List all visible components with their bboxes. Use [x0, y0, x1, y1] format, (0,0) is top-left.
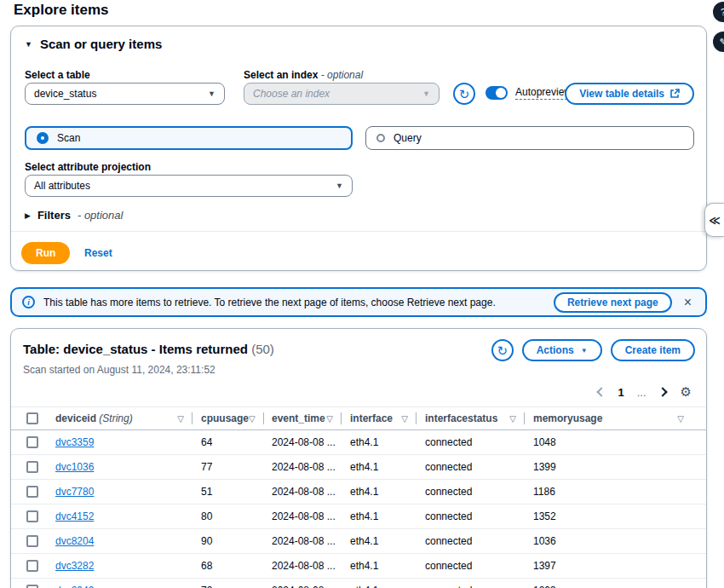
page-title: Explore items: [14, 2, 109, 19]
panel-header[interactable]: ▼ Scan or query items: [25, 37, 162, 51]
row-checkbox[interactable]: [26, 560, 38, 572]
cell-deviceid: dvc1036: [55, 461, 201, 473]
row-checkbox[interactable]: [26, 510, 38, 522]
cell-interface: eth4.1: [350, 560, 425, 572]
cell-interface: eth4.1: [350, 510, 425, 522]
column-divider: [416, 412, 417, 424]
create-item-button[interactable]: Create item: [611, 339, 695, 361]
table-row[interactable]: dvc2040722024-08-08 ...eth4.1connected12…: [11, 579, 706, 588]
table-row[interactable]: dvc3282682024-08-08 ...eth4.1connected13…: [11, 554, 706, 579]
settings-icon[interactable]: ⚙: [681, 384, 692, 400]
cell-deviceid: dvc8204: [55, 535, 201, 547]
item-link[interactable]: dvc7780: [55, 486, 94, 498]
panel-title: Scan or query items: [40, 37, 162, 51]
cell-deviceid: dvc3359: [55, 436, 201, 448]
column-divider: [192, 412, 192, 424]
item-link[interactable]: dvc3359: [55, 436, 94, 448]
cell-interface: eth4.1: [350, 486, 425, 498]
row-select-cell: [25, 585, 55, 588]
item-link[interactable]: dvc3282: [55, 560, 94, 572]
filters-expander[interactable]: ▶ Filters - optional: [25, 209, 123, 222]
table-row[interactable]: dvc4152802024-08-08 ...eth4.1connected13…: [11, 504, 706, 529]
row-checkbox[interactable]: [26, 486, 38, 498]
scan-option[interactable]: Scan: [25, 126, 353, 150]
column-header[interactable]: memoryusage ▽: [533, 412, 692, 424]
chevron-down-icon: ▼: [581, 347, 588, 355]
table-row[interactable]: dvc8204902024-08-08 ...eth4.1connected10…: [11, 529, 706, 554]
results-title: Table: device_status - Items returned (5…: [23, 339, 274, 356]
side-panel-toggle[interactable]: ≪: [704, 203, 724, 237]
index-select[interactable]: Choose an index ▼: [244, 83, 440, 105]
cell-interfacestatus: connected: [425, 585, 533, 588]
feedback-button[interactable]: ✎: [713, 32, 724, 52]
query-option[interactable]: Query: [365, 126, 694, 150]
sort-icon[interactable]: ▽: [177, 414, 184, 424]
page-number[interactable]: 1: [618, 386, 623, 399]
table-select[interactable]: device_status ▼: [25, 83, 225, 105]
item-link[interactable]: dvc2040: [55, 585, 94, 588]
pencil-icon: ✎: [719, 37, 724, 48]
table-select-value: device_status: [34, 88, 96, 100]
cell-memoryusage: 1399: [533, 461, 692, 473]
radio-unselected-icon: [376, 134, 385, 142]
index-select-label: Select an index - optional: [244, 69, 363, 81]
item-link[interactable]: dvc1036: [55, 461, 94, 473]
refresh-button[interactable]: ↻: [453, 83, 475, 105]
cell-cpuusage: 77: [201, 461, 272, 473]
sort-icon[interactable]: ▽: [326, 414, 333, 424]
column-header[interactable]: interfacestatus ▽: [425, 412, 533, 424]
cell-event_time: 2024-08-08 ...: [272, 461, 350, 473]
help-icon: ?: [721, 7, 724, 17]
select-all-cell: [25, 412, 55, 424]
column-divider: [341, 412, 342, 424]
attribute-projection-select[interactable]: All attributes ▼: [25, 175, 353, 197]
cell-interfacestatus: connected: [425, 510, 533, 522]
cell-cpuusage: 68: [201, 560, 272, 572]
row-select-cell: [25, 486, 55, 498]
column-header[interactable]: deviceid (String) ▽: [55, 412, 201, 424]
page-ellipsis: ...: [637, 386, 646, 399]
column-header[interactable]: event_time ▽: [272, 412, 350, 424]
column-divider: [524, 412, 525, 424]
run-button[interactable]: Run: [21, 242, 70, 264]
autopreview-control: Autopreview: [486, 86, 572, 100]
actions-button[interactable]: Actions ▼: [522, 339, 602, 361]
cell-memoryusage: 1397: [533, 560, 692, 572]
sort-icon[interactable]: ▽: [249, 414, 256, 424]
row-checkbox[interactable]: [26, 585, 38, 588]
cell-memoryusage: 1036: [533, 535, 692, 547]
banner-message: This table has more items to retrieve. T…: [43, 297, 545, 308]
item-link[interactable]: dvc8204: [55, 535, 94, 547]
cell-cpuusage: 72: [201, 585, 272, 588]
item-link[interactable]: dvc4152: [55, 510, 94, 522]
row-checkbox[interactable]: [26, 461, 38, 473]
results-header: Table: device_status - Items returned (5…: [11, 329, 706, 361]
row-checkbox[interactable]: [26, 436, 38, 448]
attribute-projection-label: Select attribute projection: [25, 161, 151, 173]
refresh-button[interactable]: ↻: [491, 339, 514, 361]
next-page-button[interactable]: [658, 387, 667, 396]
pagination: 1 ... ⚙: [11, 376, 706, 406]
sort-icon[interactable]: ▽: [509, 414, 516, 424]
retrieve-next-page-button[interactable]: Retrieve next page: [554, 292, 672, 313]
cell-memoryusage: 1048: [533, 436, 692, 448]
table-row[interactable]: dvc7780512024-08-08 ...eth4.1connected11…: [11, 480, 706, 504]
cell-deviceid: dvc2040: [55, 585, 201, 588]
table-row[interactable]: dvc1036772024-08-08 ...eth4.1connected13…: [11, 455, 706, 480]
previous-page-button[interactable]: [597, 387, 606, 396]
sort-icon[interactable]: ▽: [401, 414, 408, 424]
sort-icon[interactable]: ▽: [677, 414, 684, 424]
close-icon[interactable]: ×: [681, 296, 695, 309]
cell-event_time: 2024-08-08 ...: [272, 486, 350, 498]
view-table-details-button[interactable]: View table details: [565, 83, 694, 105]
column-header[interactable]: interface ▽: [350, 412, 425, 424]
autopreview-toggle[interactable]: [486, 86, 508, 100]
select-all-checkbox[interactable]: [26, 412, 38, 424]
column-header[interactable]: cpuusage ▽: [201, 412, 272, 424]
radio-selected-icon: [37, 132, 49, 144]
row-checkbox[interactable]: [26, 535, 38, 547]
cell-memoryusage: 1352: [533, 510, 692, 522]
help-button[interactable]: ?: [713, 2, 724, 22]
table-row[interactable]: dvc3359642024-08-08 ...eth4.1connected10…: [11, 430, 706, 455]
reset-button[interactable]: Reset: [84, 247, 112, 259]
